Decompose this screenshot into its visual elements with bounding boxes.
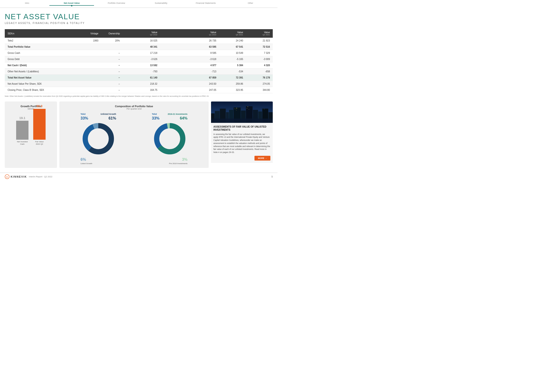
right-donut-svg [152, 121, 188, 157]
nav-intro-label: Intro [25, 2, 29, 4]
left-listed-label: 6% Listed Growth [80, 157, 116, 164]
left-donut: Tele2 Unlisted Growth 33% 61% [80, 112, 116, 164]
svg-rect-25 [234, 109, 235, 109]
growth-chart-subtitle: SEKbn [8, 108, 54, 110]
kinnevik-logo: K KINNEVIK [5, 174, 27, 179]
svg-point-7 [160, 129, 179, 148]
bar-label-1: Net InvestedCash [17, 141, 28, 146]
table-row: Gross Debt–-3 626-3 618-5 165-3 009 [5, 56, 273, 62]
growth-portfolio-chart: Growth Portfolio SEKbn 19.1 Net Invested… [5, 101, 57, 168]
nav-financial-statements-label: Financial Statements [196, 2, 216, 4]
right-pre2016-label: 3% Pre 2016 Investments [152, 157, 188, 164]
bar-chart-area: 19.1 Net InvestedCash 32.3 Fair Value202… [8, 112, 54, 146]
page-subtitle: LEGACY ASSETS, FINANCIAL POSITION & TOTA… [5, 22, 273, 24]
table-row: Other Net Assets / (Liabilities)–-793-71… [5, 69, 273, 75]
page-title: NET ASSET VALUE [5, 13, 273, 21]
bar-item-net-invested: 19.1 Net InvestedCash [16, 116, 29, 146]
right-donut-top-labels: Tele2 2016-21 Investments [152, 112, 188, 115]
kinnevik-icon: K [5, 174, 9, 179]
nav-table: SEKm Vintage Ownership Value Q2 2022 Val… [5, 29, 273, 93]
nav-sustainability-label: Sustainability [155, 2, 167, 4]
svg-rect-27 [247, 108, 247, 109]
nav-net-asset-value-label: Net Asset Value [64, 2, 80, 4]
assessments-image [211, 101, 273, 123]
bar-item-fair-value: 32.3 Fair Value2022 Q2 [33, 104, 46, 146]
bar-value-1: 19.1 [19, 116, 25, 120]
bar-label-2: Fair Value2022 Q2 [35, 141, 44, 146]
right-tele2-pct: 33% [152, 116, 160, 121]
table-row: Gross Cash–17 2188 59510 5497 329 [5, 50, 273, 56]
svg-rect-26 [236, 110, 237, 110]
left-unlisted-pct: 61% [109, 116, 116, 121]
table-row: Closing Price, Class B Share, SEK–164.75… [5, 87, 273, 93]
composition-chart: Composition of Portfolio Value Per quart… [59, 101, 209, 168]
col-v-q4-2021: Value Q4 2021 [219, 29, 246, 38]
left-tele2-pct: 33% [80, 116, 88, 121]
table-row: Net Asset Value Per Share, SEK–218.32243… [5, 81, 273, 87]
svg-point-23 [248, 106, 248, 107]
svg-point-22 [236, 108, 237, 108]
svg-point-3 [89, 129, 108, 148]
page-footer: K KINNEVIK Interim Report · Q2 2022 9 [0, 173, 278, 180]
footer-left: K KINNEVIK Interim Report · Q2 2022 [5, 174, 52, 179]
kinnevik-name: KINNEVIK [11, 175, 27, 178]
bar-value-2: 32.3 [36, 104, 42, 108]
assessments-body: In assessing the fair value of our unlis… [213, 133, 270, 154]
nav-other[interactable]: Other [228, 2, 273, 6]
footer-page-number: 9 [271, 175, 273, 178]
assessments-title: ASSESSMENTS OF FAIR VALUE OF UNLISTED IN… [213, 125, 270, 131]
table-header-row: SEKm Vintage Ownership Value Q2 2022 Val… [5, 29, 273, 38]
page-content: NET ASSET VALUE LEGACY ASSETS, FINANCIAL… [0, 8, 278, 170]
table-row: Tele2199320%16 02526 73524 24021 923 [5, 38, 273, 44]
nav-portfolio-overview[interactable]: Portfolio Overview [94, 2, 139, 6]
right-2016-pct: 64% [180, 116, 188, 121]
nav-portfolio-overview-label: Portfolio Overview [108, 2, 125, 4]
nav-financial-statements[interactable]: Financial Statements [183, 2, 228, 6]
nav-active-dot [71, 5, 73, 7]
svg-text:K: K [7, 176, 8, 178]
nav-other-label: Other [248, 2, 253, 4]
right-tele2-label: Tele2 [152, 112, 157, 115]
table-row: Net Cash / (Debt)–13 5924 9775 3844 320 [5, 62, 273, 69]
col-sekm: SEKm [5, 29, 80, 38]
col-vintage: Vintage [80, 29, 101, 38]
table-row: Total Net Asset Value–61 14067 85972 391… [5, 75, 273, 81]
col-v-q2-2021: Value Q2 2021 [246, 29, 273, 38]
composition-title: Composition of Portfolio Value [63, 105, 205, 108]
right-donut: Tele2 2016-21 Investments 33% 64% [152, 112, 188, 164]
growth-chart-title: Growth Portfolio [8, 105, 54, 108]
svg-point-24 [264, 109, 264, 109]
more-button[interactable]: MORE → [255, 156, 270, 161]
svg-rect-21 [211, 119, 273, 123]
top-navigation: Intro Net Asset Value Portfolio Overview… [0, 0, 278, 8]
bar-rect-2 [33, 109, 46, 140]
col-ownership: Ownership [101, 29, 123, 38]
table-note: Note: Other Net Assets / (Liabilities) i… [5, 95, 273, 98]
footer-report: Interim Report · Q2 2022 [29, 176, 52, 178]
bottom-section: Growth Portfolio SEKbn 19.1 Net Invested… [5, 101, 273, 168]
bar-rect-1 [16, 121, 29, 140]
assessments-content: ASSESSMENTS OF FAIR VALUE OF UNLISTED IN… [211, 123, 273, 163]
left-donut-top-labels: Tele2 Unlisted Growth [80, 112, 116, 115]
left-tele2-label: Tele2 [80, 112, 86, 115]
composition-subtitle: Per quarter-end [63, 108, 205, 110]
col-v-q2-2022: Value Q2 2022 [123, 29, 160, 38]
nav-net-asset-value[interactable]: Net Asset Value [49, 2, 94, 6]
right-2016-label: 2016-21 Investments [168, 112, 188, 115]
nav-sustainability[interactable]: Sustainability [139, 2, 183, 6]
col-spacer [160, 29, 192, 38]
left-unlisted-label: Unlisted Growth [101, 112, 116, 115]
svg-rect-28 [248, 109, 249, 110]
table-row: Total Portfolio Value48 34163 59567 5417… [5, 44, 273, 50]
assessments-panel: ASSESSMENTS OF FAIR VALUE OF UNLISTED IN… [211, 101, 273, 168]
assessments-footer: MORE → [213, 156, 270, 161]
donut-row: Tele2 Unlisted Growth 33% 61% [63, 112, 205, 164]
nav-intro[interactable]: Intro [5, 2, 49, 6]
left-donut-svg [80, 121, 116, 157]
col-v-q1-2022: Value Q1 2022 [192, 29, 219, 38]
